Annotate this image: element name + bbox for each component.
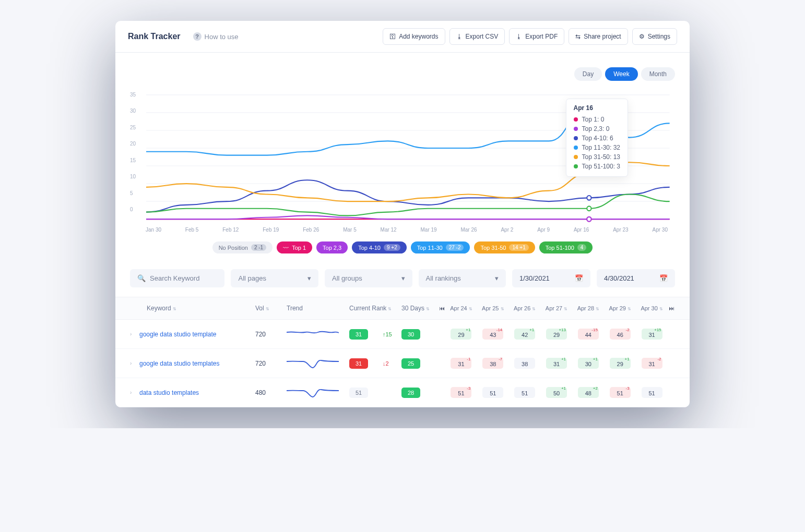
chart-area: Day Week Month 05101520253035 Jan 30Feb …: [115, 53, 690, 269]
rank-cell: +129: [451, 329, 471, 340]
chart: 05101520253035 Jan 30Feb 5Feb 12Feb 19Fe…: [130, 89, 675, 235]
rankings-select[interactable]: All rankings▾: [419, 269, 506, 287]
table-header: Keyword⇅ Vol⇅ Trend Current Rank⇅ 30 Day…: [115, 297, 690, 320]
rank-cell: -351: [451, 387, 471, 398]
rank-cell: -1443: [482, 329, 503, 340]
rank-cell: -1544: [578, 329, 599, 340]
export-pdf-button[interactable]: ⭳Export PDF: [509, 28, 564, 45]
rank-cell: -246: [610, 329, 631, 340]
legend-pill[interactable]: Top 2,3: [316, 241, 348, 253]
legend-pill[interactable]: No Position2 -1: [212, 241, 273, 253]
chevron-down-icon: ▾: [401, 274, 405, 282]
keyword-link[interactable]: google data studio template: [139, 331, 255, 338]
export-csv-button[interactable]: ⭳Export CSV: [449, 28, 505, 45]
help-icon: ?: [193, 32, 202, 41]
rank-cell: -231: [642, 358, 662, 369]
date-to-input[interactable]: 4/30/2021📅: [597, 269, 675, 287]
table-row: › data studio templates 480 51 28 -35151…: [115, 378, 690, 407]
rank-cell: 51: [642, 387, 662, 398]
how-to-use-link[interactable]: ? How to use: [193, 32, 239, 41]
page-title: Rank Tracker: [128, 32, 181, 41]
share-project-button[interactable]: ⇆Share project: [569, 28, 628, 45]
col-current-rank[interactable]: Current Rank⇅: [349, 305, 401, 312]
rank-cell: +130: [578, 358, 599, 369]
groups-select[interactable]: All groups▾: [325, 269, 412, 287]
rank-cell: +1531: [642, 329, 662, 340]
col-30-days[interactable]: 30 Days⇅: [401, 305, 438, 312]
col-day[interactable]: Apr 25⇅: [477, 305, 509, 311]
current-rank-chip: 51: [349, 388, 368, 398]
svg-point-9: [587, 217, 591, 222]
col-vol[interactable]: Vol⇅: [255, 305, 287, 312]
rank-cell: +131: [546, 358, 567, 369]
gear-icon: ⚙: [639, 33, 645, 40]
col-day[interactable]: Apr 30⇅: [636, 305, 668, 311]
30day-chip: 25: [401, 358, 420, 369]
col-keyword[interactable]: Keyword⇅: [130, 305, 255, 312]
volume-value: 480: [255, 389, 287, 396]
pages-select[interactable]: All pages▾: [231, 269, 318, 287]
col-day[interactable]: Apr 29⇅: [604, 305, 636, 311]
expand-row-button[interactable]: ›: [130, 360, 139, 366]
rank-cell: 51: [482, 387, 503, 398]
range-tab-day[interactable]: Day: [574, 67, 602, 81]
range-tab-week[interactable]: Week: [605, 67, 637, 81]
scroll-left-button[interactable]: ⏮: [438, 305, 445, 311]
calendar-icon: 📅: [575, 274, 583, 282]
add-keywords-button[interactable]: ⚿Add keywords: [383, 28, 445, 45]
sort-icon: ⇅: [173, 307, 176, 311]
legend-pill[interactable]: Top 51-1004: [539, 241, 593, 253]
col-day[interactable]: Apr 27⇅: [541, 305, 573, 311]
legend-pills: No Position2 -1〰Top 1Top 2,3Top 4-109 +2…: [130, 241, 675, 253]
table-row: › google data studio template 720 31 ↑15…: [115, 320, 690, 349]
range-tabs: Day Week Month: [130, 67, 675, 81]
filters-row: 🔍Search Keyword All pages▾ All groups▾ A…: [115, 269, 690, 297]
30day-chip: 28: [401, 388, 420, 398]
rank-cell: +1329: [546, 329, 567, 340]
keyword-link[interactable]: google data studio templates: [139, 360, 255, 367]
table-body: › google data studio template 720 31 ↑15…: [115, 320, 690, 407]
col-day[interactable]: Apr 28⇅: [572, 305, 604, 311]
legend-pill[interactable]: 〰Top 1: [277, 241, 312, 253]
volume-value: 720: [255, 331, 287, 338]
tooltip-date: Apr 16: [574, 104, 620, 112]
rank-cell: +150: [546, 387, 567, 398]
rank-cell: -351: [610, 387, 631, 398]
search-input[interactable]: 🔍Search Keyword: [130, 269, 224, 287]
rank-cell: -131: [451, 358, 471, 369]
col-day[interactable]: Apr 26⇅: [509, 305, 541, 311]
search-icon: 🔍: [137, 274, 146, 282]
date-from-input[interactable]: 1/30/2021📅: [512, 269, 590, 287]
rank-change: ↓2: [383, 360, 401, 367]
app-panel: Rank Tracker ? How to use ⚿Add keywords …: [115, 21, 690, 407]
scroll-right-button[interactable]: ⏭: [668, 305, 675, 311]
keyword-link[interactable]: data studio templates: [139, 389, 255, 396]
share-icon: ⇆: [575, 33, 581, 40]
col-trend: Trend: [287, 305, 349, 312]
legend-pill[interactable]: Top 31-5014 +1: [474, 241, 535, 253]
svg-point-10: [587, 196, 591, 200]
calendar-icon: 📅: [659, 274, 668, 282]
chart-tooltip: Apr 16 Top 1: 0Top 2,3: 0Top 4-10: 6Top …: [566, 99, 628, 177]
rank-change: ↑15: [383, 331, 401, 337]
topbar-actions: ⚿Add keywords ⭳Export CSV ⭳Export PDF ⇆S…: [383, 28, 677, 45]
expand-row-button[interactable]: ›: [130, 331, 139, 337]
current-rank-chip: 31: [349, 358, 368, 369]
rank-cell: +129: [610, 358, 631, 369]
sort-icon: ⇅: [388, 307, 392, 311]
range-tab-month[interactable]: Month: [641, 67, 675, 81]
expand-row-button[interactable]: ›: [130, 390, 139, 395]
sort-icon: ⇅: [426, 307, 430, 311]
rank-cell: 51: [514, 387, 535, 398]
30day-chip: 30: [401, 329, 420, 340]
rank-cell: 38: [514, 358, 535, 369]
volume-value: 720: [255, 360, 287, 367]
rank-cell: +142: [514, 329, 535, 340]
legend-pill[interactable]: Top 11-3027 -2: [411, 241, 470, 253]
col-day[interactable]: Apr 24⇅: [445, 305, 477, 311]
trend-sparkline: [287, 327, 349, 341]
legend-pill[interactable]: Top 4-109 +2: [352, 241, 407, 253]
trend-sparkline: [287, 385, 349, 400]
table-row: › google data studio templates 720 31 ↓2…: [115, 349, 690, 378]
settings-button[interactable]: ⚙Settings: [632, 28, 677, 45]
